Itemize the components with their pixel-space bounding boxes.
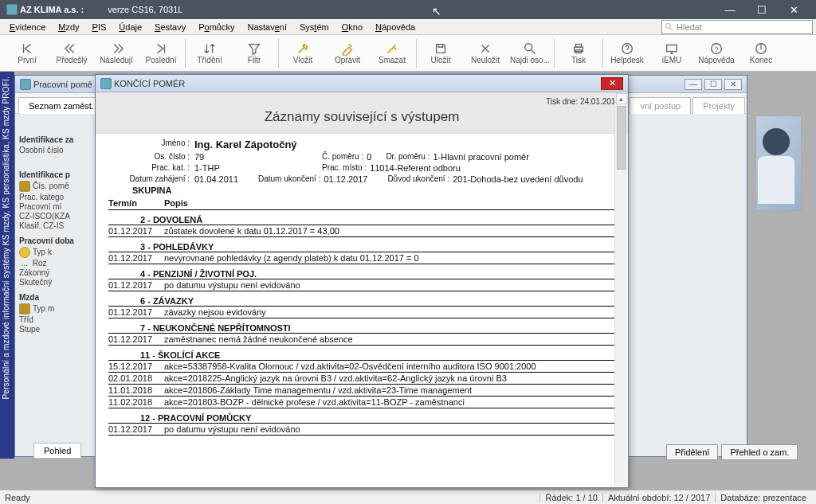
menu-evidence[interactable]: Evidence bbox=[3, 21, 52, 33]
svg-rect-7 bbox=[667, 45, 677, 52]
tool-prvni[interactable]: První bbox=[5, 37, 49, 70]
mdi-tab-projekty[interactable]: Projekty bbox=[692, 97, 745, 114]
menu-pis[interactable]: PIS bbox=[86, 21, 113, 33]
btn-prideleni[interactable]: Přidělení bbox=[666, 444, 718, 460]
status-row: Řádek: 1 / 10 bbox=[539, 493, 602, 502]
search-icon bbox=[665, 22, 674, 32]
sidebar-text: Personální a mzdové informační systémy K… bbox=[0, 72, 12, 404]
left-form-panel: Identifikace za Osobní číslo 7 Identifik… bbox=[19, 104, 99, 340]
menu-nastaveni[interactable]: Nastavení bbox=[241, 21, 293, 33]
tool-predesly[interactable]: Předešlý bbox=[49, 37, 94, 70]
report-entry: 01.12.2017závazky nejsou evidovány bbox=[108, 307, 615, 318]
btn-prehled[interactable]: Přehled o zam. bbox=[721, 444, 798, 460]
tool-trideni[interactable]: Třídění bbox=[187, 37, 232, 70]
report-entry: 15.12.2017akce=53387958-Kvalita Olomouc … bbox=[108, 361, 615, 373]
tool-neulozit[interactable]: Neuložit bbox=[463, 37, 508, 70]
dialog-title: KONČÍCÍ POMĚR bbox=[114, 79, 185, 88]
status-left: Ready bbox=[5, 493, 30, 502]
close-button[interactable]: ✕ bbox=[778, 0, 810, 19]
dialog-koncici-pomer: KONČÍCÍ POMĚR ✕ ▴ Tisk dne: 24.01.2018 Z… bbox=[95, 74, 629, 488]
dialog-scrollbar[interactable]: ▴ bbox=[614, 92, 627, 486]
tool-opravit[interactable]: Opravit bbox=[325, 37, 370, 70]
app-version: verze CS16, 7031L bbox=[108, 5, 182, 14]
svg-rect-4 bbox=[575, 45, 581, 48]
tool-konec[interactable]: Konec bbox=[739, 37, 783, 70]
search-input[interactable]: Hledat bbox=[661, 20, 813, 34]
app-title: AZ KLIMA a.s. : bbox=[20, 5, 84, 14]
section-title: 6 - ZÁVAZKY bbox=[108, 291, 615, 307]
svg-point-2 bbox=[525, 44, 532, 51]
section-title: 2 - DOVOLENÁ bbox=[108, 210, 615, 225]
section-title: 7 - NEUKONČENÉ NEPŘÍTOMNOSTI bbox=[108, 318, 615, 334]
report-entry: 11.01.2018akce=201806-Základy Time manag… bbox=[108, 385, 615, 397]
menu-okno[interactable]: Okno bbox=[335, 21, 369, 33]
titlebar: AZ KLIMA a.s. : verze CS16, 7031L — ☐ ✕ bbox=[0, 0, 816, 19]
menu-udaje[interactable]: Údaje bbox=[112, 21, 148, 33]
mdi-close[interactable]: ✕ bbox=[724, 79, 742, 90]
mdi-title: Pracovní pomě bbox=[33, 80, 92, 89]
status-db: Databáze: prezentace bbox=[715, 493, 811, 502]
scroll-up-icon[interactable]: ▴ bbox=[616, 93, 627, 104]
bottom-buttons: Přidělení Přehled o zam. bbox=[666, 444, 798, 460]
menu-mzdy[interactable]: Mzdy bbox=[52, 21, 85, 33]
maximize-button[interactable]: ☐ bbox=[746, 0, 778, 19]
svg-point-0 bbox=[666, 23, 671, 28]
clock-icon bbox=[19, 247, 30, 258]
report-entry: 01.12.2017zůstatek dovolené k datu 01.12… bbox=[108, 225, 615, 237]
sidebar-vertical: Personální a mzdové informační systémy K… bbox=[0, 72, 14, 459]
menu-pomucky[interactable]: Pomůcky bbox=[192, 21, 241, 33]
tool-helpdesk[interactable]: Helpdesk bbox=[605, 37, 649, 70]
tool-iemu[interactable]: iEMU bbox=[649, 37, 694, 70]
section-title: 3 - POHLEDÁVKY bbox=[108, 237, 615, 252]
status-period: Aktuální období: 12 / 2017 bbox=[602, 493, 715, 502]
tool-ulozit[interactable]: Uložit bbox=[418, 37, 463, 70]
svg-point-6 bbox=[622, 44, 633, 54]
menubar: Evidence Mzdy PIS Údaje Sestavy Pomůcky … bbox=[0, 19, 816, 35]
scroll-thumb[interactable] bbox=[617, 106, 626, 170]
tool-napoveda[interactable]: ?Nápověda bbox=[694, 37, 739, 70]
statusbar: Ready Řádek: 1 / 10 Aktuální období: 12 … bbox=[0, 490, 816, 504]
report-entry: 01.12.2017nevyrovnané pohledávky (z agen… bbox=[108, 252, 615, 264]
mdi-app-icon bbox=[20, 79, 31, 90]
report-entry: 01.12.2017zaměstnanec nemá žádné neukonč… bbox=[108, 334, 615, 346]
folder-icon bbox=[19, 181, 30, 192]
mdi-minimize[interactable]: — bbox=[685, 79, 702, 90]
report-entry: 01.12.2017po datumu výstupu není evidová… bbox=[108, 279, 615, 291]
menu-system[interactable]: Systém bbox=[293, 21, 335, 33]
mdi-tab-postup[interactable]: vní postup bbox=[630, 97, 691, 114]
app-icon bbox=[6, 4, 18, 15]
tool-posledni[interactable]: Poslední bbox=[139, 37, 183, 70]
section-title: 4 - PENZIJNÍ / ŽIVOTNÍ POJ. bbox=[108, 264, 615, 279]
employee-info: Jméno :Ing. Karel Zápotočný Os. číslo :7… bbox=[108, 139, 615, 184]
mdi-maximize[interactable]: ☐ bbox=[704, 79, 722, 90]
tool-smazat[interactable]: Smazat bbox=[370, 37, 414, 70]
dialog-headline: Záznamy související s výstupem bbox=[104, 109, 620, 125]
dialog-icon bbox=[100, 78, 112, 89]
menu-sestavy[interactable]: Sestavy bbox=[148, 21, 192, 33]
tool-nasleduji[interactable]: Následují bbox=[94, 37, 139, 70]
money-icon bbox=[19, 303, 30, 315]
tool-vlozit[interactable]: Vložit bbox=[280, 37, 325, 70]
report-groups: SKUPINA Termín Popis 2 - DOVOLENÁ01.12.2… bbox=[108, 186, 615, 436]
report-entry: 02.01.2018akce=2018225-Anglický jazyk na… bbox=[108, 373, 615, 385]
menu-napoveda[interactable]: Nápověda bbox=[369, 21, 422, 33]
search-placeholder: Hledat bbox=[677, 22, 702, 32]
dialog-titlebar: KONČÍCÍ POMĚR ✕ bbox=[96, 75, 628, 92]
toolbar: První Předešlý Následují Poslední Tříděn… bbox=[0, 35, 816, 72]
tab-pohled[interactable]: Pohled bbox=[33, 443, 81, 459]
dialog-close-button[interactable]: ✕ bbox=[601, 77, 623, 90]
tool-tisk[interactable]: Tisk bbox=[556, 37, 601, 70]
print-date: Tisk dne: 24.01.2018 bbox=[104, 97, 620, 106]
employee-photo bbox=[755, 115, 802, 211]
svg-text:?: ? bbox=[714, 45, 718, 53]
report-entry: 11.02.2018akce=201803-BOZP - dělnické pr… bbox=[108, 397, 615, 408]
tool-filtr[interactable]: Filtr bbox=[232, 37, 277, 70]
tool-najdi[interactable]: Najdi oso... bbox=[508, 37, 552, 70]
svg-line-1 bbox=[670, 27, 673, 30]
section-title: 11 - ŠKOLÍCÍ AKCE bbox=[108, 346, 615, 361]
section-title: 12 - PRACOVNÍ POMŮCKY bbox=[108, 408, 615, 424]
minimize-button[interactable]: — bbox=[714, 0, 746, 19]
report-entry: 01.12.2017po datumu výstupu není evidová… bbox=[108, 424, 615, 436]
